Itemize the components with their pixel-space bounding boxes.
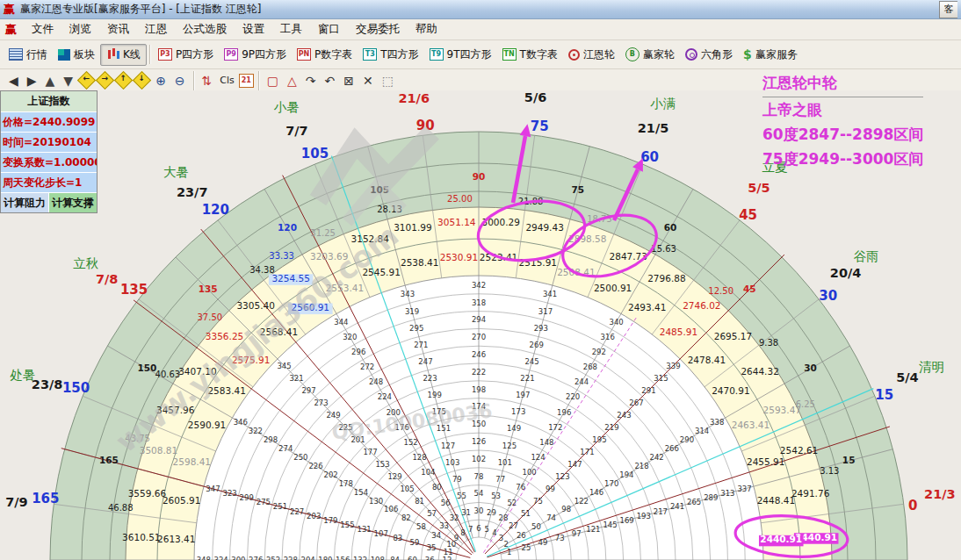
svg-text:30: 30 (474, 506, 484, 515)
svg-text:2463.41: 2463.41 (732, 420, 770, 430)
svg-text:345: 345 (277, 362, 291, 370)
selection-icon[interactable]: ⬚ (379, 72, 397, 90)
gann-wheel-canvas[interactable]: 1234567891011122526272829303132333435364… (0, 90, 961, 560)
pn-badge-icon: PN (297, 48, 311, 61)
svg-text:53: 53 (491, 492, 501, 500)
toolbar-label: 9T四方形 (447, 47, 492, 62)
svg-text:155: 155 (340, 521, 354, 529)
toolbar-button-P数字表[interactable]: PNP数字表 (292, 45, 358, 65)
svg-text:152: 152 (403, 438, 417, 447)
svg-text:275: 275 (257, 498, 271, 506)
price-scale-icon[interactable]: ⇅ (199, 72, 216, 90)
svg-text:132: 132 (353, 556, 367, 560)
svg-text:2746.02: 2746.02 (683, 300, 720, 311)
toolbar-button-板块[interactable]: 板块 (53, 45, 100, 65)
svg-text:269: 269 (530, 341, 544, 349)
svg-text:244: 244 (574, 377, 589, 386)
menu-item-5[interactable]: 设置 (235, 20, 272, 39)
toolbar-button-T数字表[interactable]: TNT数字表 (497, 45, 563, 65)
diamond-left-icon[interactable]: ← (77, 71, 96, 90)
svg-text:195: 195 (592, 435, 606, 444)
instrument-title: 上证指数 (1, 91, 97, 112)
svg-text:129: 129 (387, 472, 401, 481)
svg-text:227: 227 (290, 507, 304, 516)
menu-item-2[interactable]: 资讯 (99, 20, 137, 39)
svg-text:320: 320 (343, 333, 357, 341)
menu-item-3[interactable]: 江恩 (137, 20, 175, 39)
svg-text:289: 289 (704, 493, 718, 502)
menu-item-4[interactable]: 公式选股 (175, 20, 235, 39)
svg-text:21/6: 21/6 (398, 91, 430, 105)
toolbar-button-六角形[interactable]: 六角形 (680, 45, 738, 65)
grid-icon (9, 48, 23, 61)
svg-text:249: 249 (326, 411, 340, 420)
svg-text:30: 30 (819, 288, 837, 304)
calendar-icon[interactable]: 21 (239, 74, 254, 88)
tn-badge-icon: TN (502, 48, 517, 61)
diamond-up-icon[interactable]: ↑ (114, 71, 133, 90)
svg-text:344: 344 (334, 318, 348, 327)
svg-text:322: 322 (249, 427, 263, 435)
svg-text:99: 99 (546, 485, 555, 493)
draw-triangle-icon[interactable]: △ (284, 72, 300, 90)
menu-item-1[interactable]: 浏览 (61, 20, 99, 39)
calc-resistance-button[interactable]: 计算阻力 (1, 193, 49, 212)
svg-text:81: 81 (415, 497, 424, 506)
diamond-right-icon[interactable]: → (96, 71, 114, 90)
nav-left-icon[interactable]: ◀ (5, 72, 22, 90)
svg-text:122: 122 (574, 497, 589, 506)
toolbar-button-赢家轮[interactable]: B赢家轮 (620, 45, 680, 65)
svg-text:172: 172 (548, 423, 562, 432)
toolbar-label: 9P四方形 (242, 47, 286, 62)
nav-up-icon[interactable]: ▲ (42, 72, 59, 90)
nav-down-icon[interactable]: ▼ (60, 72, 76, 90)
menu-item-0[interactable]: 文件 (24, 20, 61, 39)
svg-text:276: 276 (249, 556, 263, 560)
svg-text:223: 223 (423, 374, 437, 383)
toolbar-button-9P四方形[interactable]: P99P四方形 (219, 45, 292, 65)
menu-item-9[interactable]: 帮助 (408, 20, 445, 39)
svg-text:97: 97 (572, 529, 582, 538)
svg-text:241: 241 (670, 502, 684, 511)
nav-right-icon[interactable]: ▶ (24, 72, 40, 90)
menu-item-7[interactable]: 窗口 (310, 20, 348, 39)
svg-text:317: 317 (538, 307, 553, 316)
rotate-ccw-icon[interactable]: ↶ (322, 72, 339, 90)
toolbar-button-P四方形[interactable]: P3P四方形 (153, 45, 219, 65)
cls-icon[interactable]: Cls (217, 74, 236, 87)
expand-icon[interactable]: ⊠ (340, 72, 358, 90)
svg-text:15: 15 (875, 387, 893, 403)
rotate-cw-icon[interactable]: ↷ (302, 72, 320, 90)
zoom-out-icon[interactable]: ⊖ (171, 72, 189, 90)
svg-text:2448.41: 2448.41 (757, 495, 795, 506)
draw-rect-icon[interactable]: ▢ (264, 72, 282, 90)
svg-text:268: 268 (583, 363, 597, 371)
svg-text:101: 101 (498, 458, 512, 467)
toolbar-label: 板块 (74, 47, 95, 62)
svg-text:15: 15 (842, 455, 856, 465)
svg-text:2590.91: 2590.91 (188, 420, 226, 430)
toolbar-button-江恩轮[interactable]: 江恩轮 (563, 45, 620, 65)
gann-wheel[interactable]: 1234567891011122526272829303132333435364… (0, 90, 961, 560)
svg-text:123: 123 (555, 472, 569, 481)
customer-service-tab[interactable]: 客 (939, 1, 957, 18)
svg-text:273: 273 (314, 398, 328, 407)
menu-item-6[interactable]: 工具 (272, 20, 310, 39)
svg-text:54: 54 (474, 489, 484, 498)
diamond-down-icon[interactable]: ↓ (133, 71, 151, 90)
svg-text:2491.76: 2491.76 (791, 488, 830, 499)
toolbar-label: T四方形 (380, 47, 418, 62)
zoom-in-icon[interactable]: ⊕ (152, 72, 170, 90)
svg-text:25.00: 25.00 (447, 194, 473, 204)
shrink-icon[interactable]: ✕ (359, 72, 377, 90)
toolbar-button-9T四方形[interactable]: T99T四方形 (424, 45, 497, 65)
toolbar-button-行情[interactable]: 行情 (4, 45, 53, 65)
svg-text:293: 293 (534, 324, 548, 333)
toolbar-button-赢家服务[interactable]: $赢家服务 (738, 45, 803, 65)
toolbar-button-T四方形[interactable]: T3T四方形 (358, 45, 423, 65)
calc-support-button[interactable]: 计算支撑 (49, 193, 97, 212)
menu-item-8[interactable]: 交易委托 (348, 20, 408, 39)
toolbar-button-K线[interactable]: K线 (100, 44, 147, 66)
svg-text:32: 32 (450, 513, 459, 522)
svg-text:83: 83 (393, 534, 402, 542)
